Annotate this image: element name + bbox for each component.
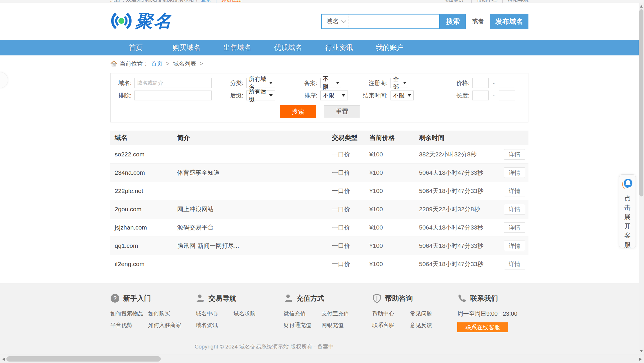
nav-item-premium-domain[interactable]: 优质域名 [263,40,314,55]
cell-time-left: 5064天18小时47分33秒 [419,223,504,232]
cell-price: ¥100 [369,169,419,176]
detail-button[interactable]: 详情 [504,259,525,269]
filter-reset-button[interactable]: 重置 [324,105,360,118]
topbar: 您好，欢迎来到域名交易系统演示站！ 登录 | 免费注册 我的账户 | 帮助中心 … [0,0,644,3]
filter-length-min-input[interactable] [472,91,489,100]
breadcrumb-label: 当前位置： [120,60,149,68]
home-icon[interactable] [110,60,117,67]
search-category-dropdown[interactable]: 域名 [322,15,348,28]
footer-link[interactable]: 域名中心 [196,310,233,317]
footer-link[interactable]: 域名求购 [233,310,280,317]
filter-exclude-label: 排除: [114,92,132,100]
publish-domain-button[interactable]: 发布域名 [490,14,528,29]
caret-down-icon [342,94,345,97]
table-row: jsjzhan.com 源码交易平台 一口价 ¥100 5064天18小时47分… [110,218,528,236]
header-search-button[interactable]: 搜索 [440,14,466,29]
detail-button[interactable]: 详情 [504,204,525,214]
filter-price-min-input[interactable] [472,78,489,88]
filter-suffix: 后缀: 所有后缀 [225,91,275,100]
nav-item-buy-domain[interactable]: 购买域名 [161,40,212,55]
detail-button[interactable]: 详情 [504,149,525,160]
col-price: 当前价格 [369,133,419,142]
detail-button[interactable]: 详情 [504,167,525,178]
contact-service-button[interactable]: 联系在线客服 [457,322,508,332]
topbar-link-sitemap[interactable]: 网站导航 [508,0,528,3]
header-search-input[interactable] [348,15,439,28]
footer-link[interactable]: 常见问题 [410,310,456,317]
horizontal-scrollbar-thumb[interactable] [6,356,161,362]
col-desc: 简介 [177,133,332,142]
cell-price: ¥100 [369,206,419,213]
nav-item-my-account[interactable]: 我的账户 [364,40,415,55]
footer-link[interactable]: 域名资讯 [196,322,233,329]
footer-link[interactable]: 帮助中心 [372,310,410,317]
horizontal-scrollbar[interactable] [0,355,644,363]
filter-category-select[interactable]: 所有域名 [246,78,275,88]
login-link[interactable]: 登录 [201,0,211,3]
footer-link[interactable]: 微信充值 [284,310,321,317]
footer-link[interactable]: 意见反馈 [410,322,456,329]
filter-icp-select[interactable]: 不限 [320,78,342,88]
register-link[interactable]: 免费注册 [221,0,242,3]
filter-registrar: 注册商: 全部 [359,78,409,88]
scroll-up-arrow-icon[interactable] [640,5,643,8]
footer-link[interactable]: 联系客服 [372,322,410,329]
topbar-divider: | [215,0,217,3]
footer-link[interactable]: 支付宝充值 [321,310,368,317]
scroll-right-arrow-icon[interactable] [639,358,642,361]
detail-button[interactable]: 详情 [504,241,525,251]
breadcrumb-home-link[interactable]: 首页 [151,60,163,68]
footer-link[interactable]: 如何入驻商家 [148,322,195,329]
footer-col-title: 交易导航 [208,294,236,303]
cell-domain: if2eng.com [115,261,177,268]
filter-domain: 域名: [114,78,212,88]
filter-price-max-input[interactable] [499,78,515,88]
footer-link[interactable]: 平台优势 [110,322,148,329]
scroll-down-arrow-icon[interactable] [640,350,643,352]
nav-item-sell-domain[interactable]: 出售域名 [212,40,263,55]
breadcrumb-separator: > [200,60,203,67]
cell-domain: 222ple.net [115,187,177,194]
filter-registrar-select[interactable]: 全部 [391,78,409,88]
vertical-scrollbar[interactable] [639,3,644,355]
filter-suffix-label: 后缀: [225,92,243,100]
topbar-link-account[interactable]: 我的账户 [446,0,467,3]
cell-type: 一口价 [332,223,369,232]
trade-icon: ¥ [196,294,205,303]
footer-link[interactable]: 如何购买 [148,310,195,317]
filter-domain-input[interactable] [134,78,212,88]
domain-table: 域名 简介 交易类型 当前价格 剩余时间 so222.com 一口价 ¥100 … [110,131,528,273]
filter-suffix-select[interactable]: 所有后缀 [246,91,275,100]
footer-link[interactable]: 如何搜索物品 [110,310,148,317]
filter-endtime-select[interactable]: 不限 [391,91,414,100]
filter-icp: 备案: 不限 [299,78,342,88]
vertical-scrollbar-thumb[interactable] [639,9,643,196]
filter-exclude: 排除: [114,91,212,100]
customer-service-widget[interactable]: 点击展开客服 [619,174,636,248]
filter-length-max-input[interactable] [499,91,515,100]
footer-link[interactable]: 网银充值 [321,322,368,329]
filter-search-button[interactable]: 搜索 [280,105,316,118]
scroll-left-arrow-icon[interactable] [2,358,5,361]
filter-sort-select[interactable]: 不限 [320,91,348,100]
detail-button[interactable]: 详情 [504,186,525,196]
filter-exclude-input[interactable] [134,91,212,100]
footer-col-trade: ¥ 交易导航 域名中心 域名求购 域名资讯 [196,294,284,332]
topbar-link-help[interactable]: 帮助中心 [476,0,497,3]
left-edge-widget[interactable] [0,72,8,88]
footer-col-title: 新手入门 [123,294,151,303]
footer-link[interactable]: 财付通充值 [284,322,321,329]
footer-col-title: 充值方式 [296,294,324,303]
detail-button[interactable]: 详情 [504,222,525,233]
logo[interactable]: 聚名 [110,10,172,33]
table-row: if2eng.com 一口价 ¥100 5064天18小时47分33秒 详情 [110,255,528,273]
cell-time-left: 5064天18小时47分33秒 [419,169,504,177]
cell-desc: 网上冲浪网站 [177,205,332,213]
cell-time-left: 5064天18小时47分33秒 [419,187,504,195]
nav-item-industry-news[interactable]: 行业资讯 [314,40,364,55]
filter-icp-label: 备案: [299,79,317,87]
filter-price-label: 价格: [451,79,469,87]
filter-domain-label: 域名: [114,79,132,87]
cell-type: 一口价 [332,187,369,195]
nav-item-home[interactable]: 首页 [110,40,161,55]
